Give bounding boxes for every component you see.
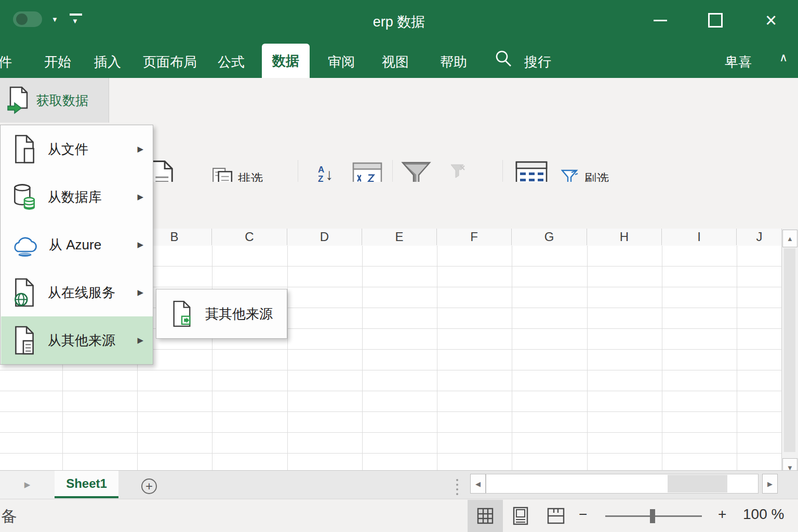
tab-review[interactable]: 审阅 [324, 46, 358, 78]
menu-item-from-online-services[interactable]: 从在线服务 ▶ [1, 269, 153, 316]
from-other-sources-icon [12, 326, 36, 355]
right-triangle-icon: ▶ [767, 480, 773, 488]
menu-item-from-other-sources[interactable]: 从其他来源 ▶ [1, 316, 153, 364]
submenu-arrow-icon: ▶ [137, 192, 153, 202]
right-triangle-icon: ▶ [24, 480, 31, 489]
minimize-icon [654, 20, 667, 21]
vertical-scroll-thumb[interactable] [784, 248, 795, 452]
hscroll-left-button[interactable]: ◀ [470, 474, 486, 494]
tab-data-active[interactable]: 数据 [262, 44, 310, 78]
page-layout-icon [513, 507, 528, 525]
sort-az-button[interactable]: AZ ↓ [318, 165, 333, 184]
tab-formulas[interactable]: 公式 [214, 46, 248, 78]
column-header-e[interactable]: E [362, 229, 437, 245]
status-ready-label: 备 [1, 506, 17, 527]
tab-insert[interactable]: 插入 [90, 46, 125, 78]
maximize-button[interactable] [697, 9, 734, 31]
menu-item-label: 从 Azure [49, 236, 126, 254]
submenu-item-label: 萁其他来源 [205, 305, 273, 323]
get-data-icon [7, 86, 29, 114]
scroll-up-button[interactable]: ▲ [782, 230, 797, 247]
sheet-tab-sheet1[interactable]: Sheet1 [55, 471, 118, 498]
get-data-button[interactable]: 获取数据 [0, 78, 109, 123]
grid-view-icon [477, 508, 494, 524]
up-triangle-icon: ▲ [787, 235, 793, 243]
from-azure-icon [12, 232, 37, 258]
normal-view-button[interactable] [468, 500, 503, 532]
horizontal-scroll-thumb[interactable] [668, 475, 727, 493]
sheet-nav-button[interactable]: ▶ [0, 471, 55, 499]
menu-item-from-file[interactable]: 从文件 ▶ [1, 125, 153, 173]
from-database-icon [12, 182, 36, 211]
page-layout-view-button[interactable] [503, 500, 538, 532]
tab-view[interactable]: 视图 [378, 46, 413, 78]
menu-item-label: 从数据库 [48, 188, 126, 206]
menu-item-label: 从文件 [48, 140, 126, 158]
menu-item-from-azure[interactable]: 从 Azure ▶ [1, 221, 153, 269]
maximize-icon [708, 13, 723, 28]
tab-file-partial[interactable]: 件 [0, 46, 18, 78]
page-break-icon [547, 508, 565, 524]
zoom-slider-handle[interactable] [650, 509, 655, 523]
minimize-button[interactable] [642, 9, 679, 31]
submenu-arrow-icon: ▶ [137, 288, 153, 297]
tab-page-layout[interactable]: 页面布局 [141, 46, 198, 78]
zoom-out-button[interactable]: − [579, 506, 587, 523]
share-button[interactable]: 卑喜 [720, 46, 756, 78]
get-data-menu: 从文件 ▶ 从数据库 ▶ 从 Azure ▶ 从在线服务 ▶ [0, 125, 153, 365]
sheetbar-splitter-handle[interactable] [456, 479, 458, 481]
left-triangle-icon: ◀ [475, 480, 481, 488]
down-arrow-icon: ↓ [325, 166, 333, 183]
column-header-d[interactable]: D [287, 229, 362, 245]
search-icon[interactable] [495, 50, 512, 68]
letter-a: A [318, 165, 324, 175]
tab-home[interactable]: 开始 [41, 46, 75, 78]
clear-filter-icon[interactable] [450, 164, 466, 178]
close-icon: × [765, 10, 777, 30]
tab-help[interactable]: 帮助 [436, 46, 471, 78]
column-header-c[interactable]: C [212, 229, 287, 245]
zoom-in-button[interactable]: + [718, 506, 726, 523]
other-sources-submenu[interactable]: 萁其他来源 [156, 289, 287, 339]
add-sheet-button[interactable]: + [141, 478, 157, 494]
column-header-h[interactable]: H [587, 229, 662, 245]
menu-item-from-database[interactable]: 从数据库 ▶ [1, 173, 153, 221]
title-bar: ▼ ▼ erp 数据 × 件 开始 插入 页面布局 公式 数据 审阅 视图 帮助… [0, 0, 798, 78]
close-button[interactable]: × [753, 9, 789, 31]
column-header-i[interactable]: I [662, 229, 737, 245]
ribbon-options-chevron-icon[interactable]: ∧ [779, 51, 788, 64]
menu-item-label: 从其他来源 [48, 331, 126, 350]
page-break-view-button[interactable] [538, 500, 574, 532]
plus-icon: + [145, 479, 153, 494]
submenu-arrow-icon: ▶ [137, 144, 153, 154]
column-header-f[interactable]: F [437, 229, 512, 245]
column-header-g[interactable]: G [512, 229, 587, 245]
submenu-arrow-icon: ▶ [137, 336, 153, 345]
search-box[interactable]: 搜行 [517, 46, 558, 78]
column-header-j[interactable]: J [737, 229, 782, 245]
hscroll-right-button[interactable]: ▶ [762, 474, 778, 494]
menu-item-label: 从在线服务 [48, 284, 126, 302]
submenu-arrow-icon: ▶ [137, 240, 153, 249]
zoom-level-label[interactable]: 100 % [743, 506, 784, 523]
from-online-services-icon [12, 278, 36, 307]
from-file-icon [12, 135, 36, 164]
other-source-doc-icon [171, 300, 193, 328]
get-data-label: 获取数据 [36, 92, 88, 109]
